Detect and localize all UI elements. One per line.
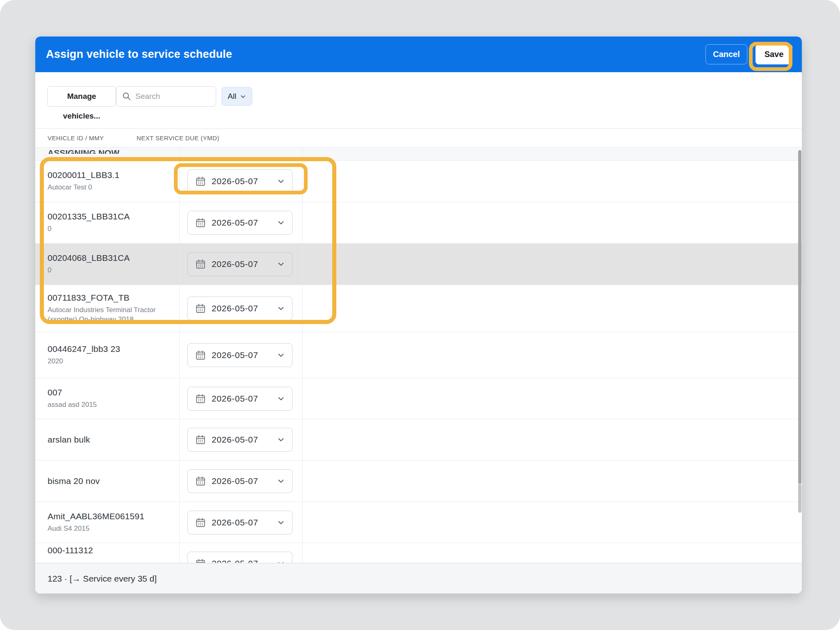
vehicle-mmy: Autocar Industries Terminal Tractor (xsp…: [48, 306, 171, 324]
modal-title: Assign vehicle to service schedule: [46, 37, 232, 72]
chevron-down-icon: [277, 436, 285, 443]
search-icon: [122, 92, 131, 101]
vehicle-cell: 007 assad asd 2015: [48, 378, 171, 419]
vehicle-cell: bisma 20 nov: [48, 461, 171, 502]
vehicle-id: Amit_AABL36ME061591: [48, 511, 171, 521]
filter-dropdown-value: All: [228, 92, 236, 101]
footer-summary: 123 · [→ Service every 35 d]: [48, 564, 157, 593]
next-service-date-picker[interactable]: 2026-05-07: [187, 252, 292, 276]
modal-header: Assign vehicle to service schedule Cance…: [35, 37, 802, 72]
calendar-icon: [195, 217, 206, 228]
date-value: 2026-05-07: [212, 176, 272, 186]
calendar-icon: [195, 259, 206, 269]
chevron-down-icon: [277, 477, 285, 485]
next-service-date-picker[interactable]: 2026-05-07: [187, 343, 292, 367]
vehicle-id: 00204068_LBB31CA: [48, 253, 171, 263]
vehicle-mmy: Audi S4 2015: [48, 524, 171, 534]
calendar-icon: [195, 303, 206, 314]
vehicle-id: 00446247_lbb3 23: [48, 344, 171, 354]
calendar-icon: [195, 176, 206, 187]
date-value: 2026-05-07: [212, 394, 272, 404]
chevron-down-icon: [240, 94, 246, 100]
vehicle-cell: 00201335_LBB31CA 0: [48, 202, 171, 243]
vehicle-id: 000-111312: [48, 546, 171, 555]
page-background: Assign vehicle to service schedule Cance…: [0, 0, 840, 630]
vehicle-mmy: Autocar Test 0: [48, 183, 171, 192]
cancel-button[interactable]: Cancel: [705, 44, 747, 64]
clipped-group-header-row: ASSIGNING NOW: [35, 148, 802, 161]
column-divider: [302, 148, 303, 563]
table-row[interactable]: arslan bulk 2026-05-07: [35, 419, 802, 461]
vehicle-cell: Amit_AABL36ME061591 Audi S4 2015: [48, 502, 171, 543]
table-row[interactable]: 00446247_lbb3 23 2020 2026-05-07: [35, 332, 802, 378]
date-value: 2026-05-07: [212, 518, 272, 527]
calendar-icon: [195, 517, 206, 528]
vehicle-mmy: 0: [48, 266, 171, 275]
chevron-down-icon: [277, 519, 285, 526]
table-row-clipped[interactable]: 000-111312 2026-05-07: [35, 543, 802, 563]
vehicle-id: 00711833_FOTA_TB: [48, 293, 171, 303]
vehicle-mmy: 0: [48, 224, 171, 234]
chevron-down-icon: [277, 305, 285, 312]
date-value: 2026-05-07: [212, 350, 272, 360]
calendar-icon: [195, 350, 206, 361]
vehicle-id: bisma 20 nov: [48, 476, 171, 486]
vehicle-mmy: assad asd 2015: [48, 400, 171, 410]
calendar-icon: [195, 393, 206, 404]
vehicle-cell: arslan bulk: [48, 419, 171, 460]
vehicle-cell: 00711833_FOTA_TB Autocar Industries Term…: [48, 285, 171, 332]
next-service-date-picker[interactable]: 2026-05-07: [187, 428, 292, 452]
scrollbar-thumb[interactable]: [798, 150, 801, 484]
column-header-vehicle-id: VEHICLE ID / MMY: [48, 129, 104, 148]
table-row[interactable]: 00201335_LBB31CA 0 2026-05-07: [35, 202, 802, 244]
vehicle-id: 007: [48, 388, 171, 397]
vehicle-id: 00201335_LBB31CA: [48, 212, 171, 221]
table-row[interactable]: 007 assad asd 2015 2026-05-07: [35, 378, 802, 419]
next-service-date-picker[interactable]: 2026-05-07: [187, 387, 292, 411]
calendar-icon: [195, 434, 206, 445]
date-value: 2026-05-07: [212, 218, 272, 228]
chevron-down-icon: [277, 260, 285, 268]
vehicle-mmy: 2020: [48, 357, 171, 366]
calendar-icon: [195, 558, 206, 563]
chevron-down-icon: [277, 560, 285, 563]
filter-dropdown[interactable]: All: [221, 87, 252, 106]
clipped-group-label: ASSIGNING NOW: [48, 148, 119, 154]
date-value: 2026-05-07: [212, 259, 272, 269]
vehicle-cell: 000-111312: [48, 543, 171, 563]
scrollbar-thumb-fade: [798, 484, 801, 513]
chevron-down-icon: [277, 219, 285, 226]
search-box[interactable]: [116, 86, 216, 107]
vehicle-id: arslan bulk: [48, 435, 171, 445]
modal-footer: 123 · [→ Service every 35 d]: [35, 563, 802, 593]
manage-vehicles-button[interactable]: Manage vehicles...: [47, 86, 116, 107]
vehicle-id: 00200011_LBB3.1: [48, 170, 171, 180]
chevron-down-icon: [277, 178, 285, 185]
vehicle-cell: 00204068_LBB31CA 0: [48, 244, 171, 285]
next-service-date-picker[interactable]: 2026-05-07: [187, 552, 292, 563]
next-service-date-picker[interactable]: 2026-05-07: [187, 211, 292, 235]
table-row[interactable]: 00711833_FOTA_TB Autocar Industries Term…: [35, 285, 802, 332]
date-value: 2026-05-07: [212, 304, 272, 313]
search-input[interactable]: [135, 92, 205, 101]
save-button[interactable]: Save: [756, 44, 792, 64]
table-row[interactable]: 00200011_LBB3.1 Autocar Test 0 2026-05-0…: [35, 161, 802, 202]
table-header-row: VEHICLE ID / MMY NEXT SERVICE DUE (YMD): [35, 128, 802, 148]
column-divider: [179, 148, 180, 563]
next-service-date-picker[interactable]: 2026-05-07: [187, 169, 292, 193]
calendar-icon: [195, 476, 206, 486]
next-service-date-picker[interactable]: 2026-05-07: [187, 511, 292, 534]
table-row-highlighted[interactable]: 00204068_LBB31CA 0 2026-05-07: [35, 244, 802, 285]
date-value: 2026-05-07: [212, 559, 272, 563]
next-service-date-picker[interactable]: 2026-05-07: [187, 297, 292, 320]
next-service-date-picker[interactable]: 2026-05-07: [187, 469, 292, 493]
vehicle-table-body: 00200011_LBB3.1 Autocar Test 0 2026-05-0…: [35, 161, 802, 563]
chevron-down-icon: [277, 352, 285, 359]
table-row[interactable]: bisma 20 nov 2026-05-07: [35, 461, 802, 502]
assign-vehicle-modal: Assign vehicle to service schedule Cance…: [35, 37, 802, 593]
date-value: 2026-05-07: [212, 476, 272, 486]
column-header-next-service: NEXT SERVICE DUE (YMD): [137, 129, 219, 148]
table-row[interactable]: Amit_AABL36ME061591 Audi S4 2015 2026-05…: [35, 502, 802, 543]
chevron-down-icon: [277, 395, 285, 402]
date-value: 2026-05-07: [212, 435, 272, 445]
